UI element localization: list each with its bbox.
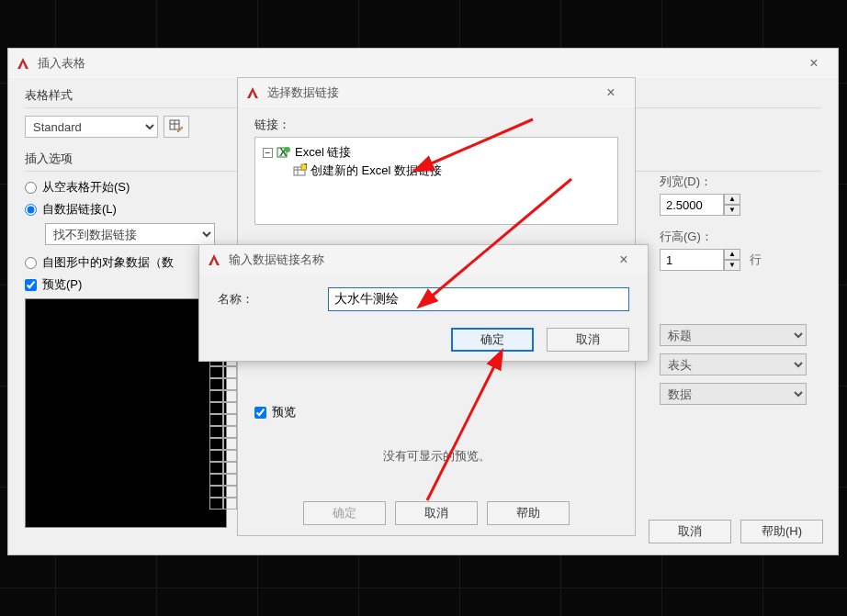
- new-link-icon: ★: [292, 163, 307, 178]
- sel-preview-checkbox-row[interactable]: 预览: [254, 404, 618, 420]
- sel-ok-button[interactable]: 确定: [303, 501, 386, 525]
- sel-preview-checkbox[interactable]: [254, 407, 266, 419]
- titlebar[interactable]: 输入数据链接名称 ×: [199, 245, 648, 274]
- link-label: 链接：: [254, 117, 618, 133]
- cellstyle-title-select[interactable]: 标题: [660, 324, 807, 346]
- radio-datalink[interactable]: [25, 204, 37, 216]
- tree-collapse-icon[interactable]: −: [263, 148, 273, 158]
- rowheight-up[interactable]: ▲: [724, 249, 740, 260]
- dialog-title: 输入数据链接名称: [229, 252, 605, 268]
- close-icon[interactable]: ×: [605, 252, 642, 268]
- excel-links-icon: X: [277, 145, 291, 160]
- colwidth-input[interactable]: [660, 194, 724, 216]
- colwidth-label: 列宽(D)：: [660, 174, 821, 190]
- tree-child-row[interactable]: ★ 创建新的 Excel 数据链接: [263, 162, 610, 180]
- dialog-title: 插入表格: [38, 55, 796, 72]
- name-input[interactable]: [328, 287, 629, 311]
- close-icon[interactable]: ×: [796, 55, 832, 72]
- sel-help-button[interactable]: 帮助: [487, 501, 570, 525]
- input-cancel-button[interactable]: 取消: [547, 328, 629, 352]
- svg-point-5: [285, 147, 290, 152]
- sel-preview-label: 预览: [272, 404, 296, 420]
- tree-root-label: Excel 链接: [295, 144, 351, 161]
- autocad-logo-icon: [207, 252, 221, 267]
- radio-object[interactable]: [25, 257, 37, 269]
- no-preview-message: 没有可显示的预览。: [254, 448, 618, 465]
- autocad-logo-icon: [16, 56, 30, 71]
- link-tree[interactable]: − X Excel 链接 ★ 创建新的 Excel 数据链接: [254, 137, 618, 225]
- opt-empty-label: 从空表格开始(S): [42, 179, 130, 196]
- input-ok-button[interactable]: 确定: [451, 328, 534, 352]
- rowheight-suffix: 行: [750, 252, 762, 268]
- preview-checkbox[interactable]: [25, 279, 37, 291]
- titlebar[interactable]: 插入表格 ×: [8, 49, 838, 78]
- autocad-logo-icon: [245, 85, 260, 100]
- table-pencil-icon: [169, 119, 184, 134]
- close-icon[interactable]: ×: [593, 84, 629, 101]
- right-column-settings: 列宽(D)： ▲ ▼ 行高(G)： ▲ ▼ 行 标题 表头 数据: [660, 168, 821, 409]
- sel-cancel-button[interactable]: 取消: [395, 501, 478, 525]
- svg-text:★: ★: [303, 163, 307, 172]
- titlebar[interactable]: 选择数据链接 ×: [238, 78, 635, 107]
- name-label: 名称：: [218, 291, 328, 308]
- radio-empty[interactable]: [25, 182, 37, 194]
- opt-object-label: 自图形中的对象数据（数: [42, 254, 174, 271]
- colwidth-down[interactable]: ▼: [724, 205, 740, 216]
- opt-datalink-label: 自数据链接(L): [42, 201, 117, 218]
- cellstyle-header-select[interactable]: 表头: [660, 353, 807, 375]
- insert-help-button[interactable]: 帮助(H): [740, 520, 823, 543]
- rowheight-down[interactable]: ▼: [724, 260, 740, 271]
- tree-child-label: 创建新的 Excel 数据链接: [311, 162, 442, 179]
- preview-pane: /*rows*/: [25, 298, 227, 528]
- edit-style-button[interactable]: [164, 116, 189, 138]
- dialog-title: 选择数据链接: [267, 84, 593, 101]
- rowheight-input[interactable]: [660, 249, 724, 271]
- cellstyle-data-select[interactable]: 数据: [660, 383, 807, 405]
- tree-root-row[interactable]: − X Excel 链接: [263, 143, 610, 162]
- rowheight-label: 行高(G)：: [660, 229, 821, 245]
- insert-cancel-button[interactable]: 取消: [649, 520, 731, 543]
- table-style-select[interactable]: Standard: [25, 116, 158, 138]
- preview-label: 预览(P): [42, 276, 82, 293]
- input-name-dialog: 输入数据链接名称 × 名称： 确定 取消: [198, 244, 649, 362]
- datalink-select[interactable]: 找不到数据链接: [45, 223, 215, 245]
- colwidth-up[interactable]: ▲: [724, 194, 740, 205]
